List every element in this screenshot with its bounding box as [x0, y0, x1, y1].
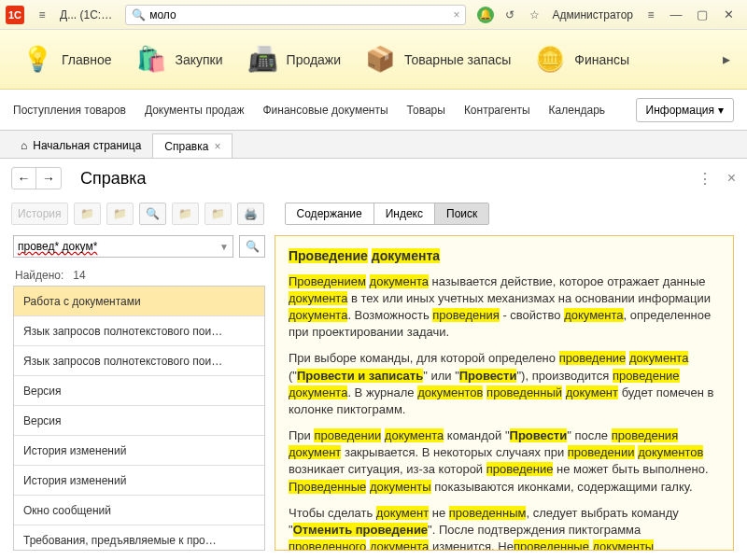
- sub-link[interactable]: Календарь: [549, 104, 606, 117]
- minimize-button[interactable]: —: [663, 5, 689, 25]
- sub-link[interactable]: Товары: [407, 104, 445, 117]
- history-button[interactable]: История: [11, 203, 68, 225]
- info-button[interactable]: Информация▾: [636, 98, 734, 122]
- nav-stock[interactable]: 📦Товарные запасы: [352, 30, 522, 89]
- folder-btn-1[interactable]: [74, 203, 101, 225]
- list-item[interactable]: Версия: [14, 376, 264, 406]
- history-icon[interactable]: ↺: [500, 5, 520, 25]
- list-item[interactable]: История изменений: [14, 436, 264, 466]
- menu-icon[interactable]: ≡: [32, 5, 52, 25]
- back-button[interactable]: ←: [12, 168, 36, 189]
- list-item[interactable]: Работа с документами: [14, 287, 264, 316]
- nav-sales[interactable]: 📠Продажи: [234, 30, 352, 89]
- search-doc-button[interactable]: 🔍: [139, 203, 166, 225]
- app-title: Д... (1C:…: [60, 8, 112, 21]
- close-icon[interactable]: ×: [727, 170, 736, 187]
- bell-icon[interactable]: 🔔: [475, 5, 496, 25]
- forward-button[interactable]: →: [36, 168, 61, 189]
- tab-help[interactable]: Справка×: [152, 133, 233, 158]
- sub-nav: Поступления товаров Документы продаж Фин…: [0, 90, 747, 131]
- app-logo: 1С: [6, 6, 24, 24]
- seg-search[interactable]: Поиск: [435, 203, 488, 224]
- doc-title: Проведение документа: [289, 247, 720, 266]
- nav-finance[interactable]: 🪙Финансы: [522, 30, 641, 89]
- list-item[interactable]: Язык запросов полнотекстового пои…: [14, 316, 264, 346]
- main-nav: 💡Главное 🛍️Закупки 📠Продажи 📦Товарные за…: [0, 30, 747, 90]
- nav-more-icon[interactable]: ▸: [715, 50, 738, 68]
- user-label: Администратор: [552, 8, 633, 21]
- list-item[interactable]: Требования, предъявляемые к про…: [14, 525, 264, 551]
- settings-icon[interactable]: ≡: [641, 5, 661, 25]
- help-search-input[interactable]: провед* докум* ▼: [13, 235, 233, 258]
- clear-icon[interactable]: ×: [453, 8, 459, 21]
- global-search[interactable]: 🔍 ×: [125, 5, 466, 25]
- sub-link[interactable]: Поступления товаров: [13, 104, 126, 117]
- seg-index[interactable]: Индекс: [374, 203, 435, 224]
- close-button[interactable]: ✕: [715, 5, 741, 25]
- help-document: Проведение документа Проведением докумен…: [275, 235, 734, 551]
- seg-contents[interactable]: Содержание: [286, 203, 374, 224]
- maximize-button[interactable]: ▢: [689, 5, 715, 25]
- tab-home[interactable]: ⌂Начальная страница: [9, 133, 152, 158]
- global-search-input[interactable]: [149, 8, 453, 21]
- dropdown-icon[interactable]: ▼: [219, 242, 229, 252]
- list-item[interactable]: Версия: [14, 406, 264, 436]
- home-icon: ⌂: [21, 139, 27, 152]
- nav-purchases[interactable]: 🛍️Закупки: [123, 30, 234, 89]
- search-button[interactable]: 🔍: [239, 235, 265, 258]
- star-icon[interactable]: ☆: [524, 5, 544, 25]
- folder-btn-4[interactable]: [204, 203, 232, 225]
- page-title: Справка: [80, 169, 147, 189]
- sub-link[interactable]: Документы продаж: [145, 104, 244, 117]
- nav-back-forward: ← →: [11, 167, 62, 189]
- found-label: Найдено:14: [15, 269, 265, 282]
- folder-btn-2[interactable]: [106, 203, 134, 225]
- folder-btn-3[interactable]: [172, 203, 199, 225]
- nav-main[interactable]: 💡Главное: [9, 30, 123, 89]
- sub-link[interactable]: Финансовые документы: [262, 104, 388, 117]
- list-item[interactable]: Язык запросов полнотекстового пои…: [14, 346, 264, 376]
- print-button[interactable]: 🖨️: [237, 203, 264, 225]
- results-list: Работа с документами Язык запросов полно…: [13, 286, 265, 551]
- more-icon[interactable]: ⋮: [698, 170, 712, 188]
- search-icon: 🔍: [132, 8, 146, 21]
- sub-link[interactable]: Контрагенты: [464, 104, 530, 117]
- list-item[interactable]: История изменений: [14, 466, 264, 496]
- tab-close-icon[interactable]: ×: [214, 140, 220, 153]
- list-item[interactable]: Окно сообщений: [14, 496, 264, 525]
